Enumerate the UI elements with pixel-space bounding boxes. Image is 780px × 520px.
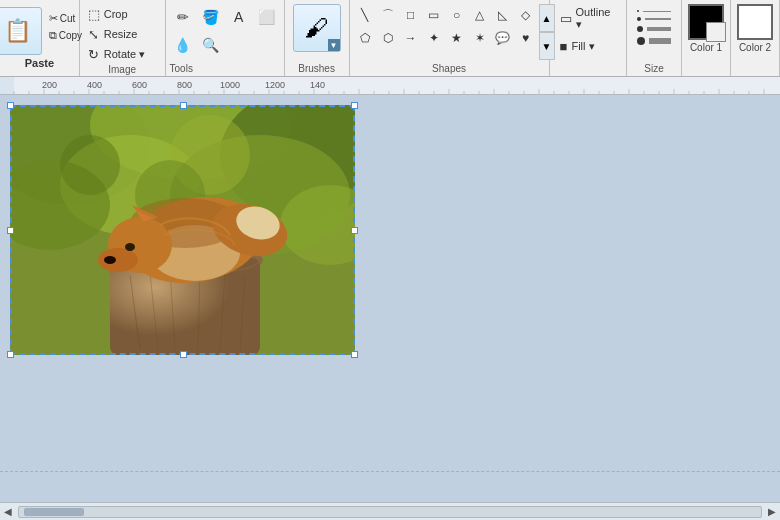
canvas-area[interactable] <box>0 95 780 502</box>
image-section: ⬚ Crop ⤡ Resize ↻ Rotate ▾ Image <box>80 0 166 76</box>
svg-text:1200: 1200 <box>265 80 285 90</box>
svg-text:140: 140 <box>310 80 325 90</box>
rotate-icon: ↻ <box>86 46 102 62</box>
shapes-label: Shapes <box>354 63 545 76</box>
svg-point-89 <box>104 256 116 264</box>
handle-top-right[interactable] <box>351 102 358 109</box>
handle-bottom-left[interactable] <box>7 351 14 358</box>
pencil-tool[interactable]: ✏ <box>170 4 196 30</box>
diamond-shape[interactable]: ◇ <box>515 4 537 26</box>
curve-shape[interactable]: ⌒ <box>377 4 399 26</box>
handle-mid-left[interactable] <box>7 227 14 234</box>
copy-icon: ⧉ <box>49 29 57 42</box>
canvas-container[interactable] <box>10 105 355 355</box>
size-option-2[interactable] <box>637 17 671 21</box>
handle-top-left[interactable] <box>7 102 14 109</box>
size-dots <box>633 4 675 51</box>
svg-text:1000: 1000 <box>220 80 240 90</box>
svg-point-90 <box>125 243 135 251</box>
image-label: Image <box>108 64 136 77</box>
heart-shape[interactable]: ♥ <box>515 27 537 49</box>
svg-rect-0 <box>0 77 780 95</box>
outline-label: Outline ▾ <box>576 6 616 31</box>
size-option-1[interactable] <box>637 10 671 12</box>
paste-label: Paste <box>25 57 54 69</box>
handle-bottom-right[interactable] <box>351 351 358 358</box>
eraser-tool[interactable]: ⬜ <box>254 4 280 30</box>
rect-shape[interactable]: □ <box>400 4 422 26</box>
color1-swatch[interactable] <box>688 4 724 40</box>
hexagon-shape[interactable]: ⬡ <box>377 27 399 49</box>
rotate-button[interactable]: ↻ Rotate ▾ <box>86 44 159 64</box>
bottom-bar: ◀ ▶ <box>0 502 780 520</box>
size-option-3[interactable] <box>637 26 671 32</box>
fill-icon: ■ <box>560 39 568 54</box>
color-picker-tool[interactable]: 💧 <box>170 32 196 58</box>
svg-text:600: 600 <box>132 80 147 90</box>
outline-fill-section: ▭ Outline ▾ ■ Fill ▾ <box>550 0 627 76</box>
svg-rect-1 <box>0 77 14 95</box>
svg-text:200: 200 <box>42 80 57 90</box>
handle-bottom-center[interactable] <box>180 351 187 358</box>
svg-point-68 <box>60 135 120 195</box>
right-triangle-shape[interactable]: ◺ <box>492 4 514 26</box>
resize-label: Resize <box>104 28 138 40</box>
color2-section: Color 2 <box>731 0 780 76</box>
crop-icon: ⬚ <box>86 6 102 22</box>
round-rect-shape[interactable]: ▭ <box>423 4 445 26</box>
svg-text:800: 800 <box>177 80 192 90</box>
fill-button[interactable]: ■ Fill ▾ <box>556 37 620 56</box>
size-section: Size <box>627 0 682 76</box>
scissors-icon: ✂ <box>49 12 58 25</box>
crop-label: Crop <box>104 8 128 20</box>
brushes-label: Brushes <box>298 63 335 76</box>
line-shape[interactable]: ╲ <box>354 4 376 26</box>
horizontal-scrollbar[interactable] <box>18 506 762 518</box>
tools-label: Tools <box>170 63 193 76</box>
toolbar: 📋 ✂ Cut ⧉ Copy Paste ⬚ Crop ⤡ Resize <box>0 0 780 77</box>
brushes-section: 🖌 ▼ Brushes <box>285 0 350 76</box>
star6-shape[interactable]: ✶ <box>469 27 491 49</box>
color1-label: Color 1 <box>690 42 722 53</box>
handle-mid-right[interactable] <box>351 227 358 234</box>
color2-swatch[interactable] <box>737 4 773 40</box>
color2-label: Color 2 <box>739 42 771 53</box>
pentagon-shape[interactable]: ⬠ <box>354 27 376 49</box>
outline-button[interactable]: ▭ Outline ▾ <box>556 4 620 33</box>
callout-shape[interactable]: 💬 <box>492 27 514 49</box>
ruler: 200 400 600 800 1000 1200 140 <box>0 77 780 95</box>
handle-top-center[interactable] <box>180 102 187 109</box>
arrow-shape[interactable]: → <box>400 27 422 49</box>
brushes-button[interactable]: 🖌 ▼ <box>293 4 341 52</box>
cut-label: Cut <box>60 13 76 24</box>
scrollbar-thumb[interactable] <box>24 508 84 516</box>
brushes-dropdown-arrow: ▼ <box>328 39 340 51</box>
rotate-label: Rotate ▾ <box>104 48 145 61</box>
ellipse-shape[interactable]: ○ <box>446 4 468 26</box>
color1-section: Color 1 <box>682 0 731 76</box>
resize-button[interactable]: ⤡ Resize <box>86 24 159 44</box>
paste-icon: 📋 <box>4 18 31 44</box>
outline-icon: ▭ <box>560 11 572 26</box>
paste-button[interactable]: 📋 <box>0 7 42 55</box>
star4-shape[interactable]: ✦ <box>423 27 445 49</box>
triangle-shape[interactable]: △ <box>469 4 491 26</box>
fill-label: Fill ▾ <box>571 40 594 53</box>
magnifier-tool[interactable]: 🔍 <box>198 32 224 58</box>
size-option-4[interactable] <box>637 37 671 45</box>
star5-shape[interactable]: ★ <box>446 27 468 49</box>
scrollbar-left-arrow[interactable]: ◀ <box>4 506 12 517</box>
size-label: Size <box>644 63 663 76</box>
copy-label: Copy <box>59 30 82 41</box>
shapes-section: ╲ ⌒ □ ▭ ○ △ ◺ ◇ ⬠ ⬡ → ✦ ★ ✶ 💬 ♥ ▲ ▼ <box>350 0 550 76</box>
fox-image <box>10 105 355 355</box>
scrollbar-right-arrow[interactable]: ▶ <box>768 506 776 517</box>
resize-icon: ⤡ <box>86 26 102 42</box>
crop-button[interactable]: ⬚ Crop <box>86 4 159 24</box>
tools-section: ✏ 🪣 A ⬜ 💧 🔍 Tools <box>166 0 285 76</box>
text-tool[interactable]: A <box>226 4 252 30</box>
fill-tool[interactable]: 🪣 <box>198 4 224 30</box>
svg-text:400: 400 <box>87 80 102 90</box>
brush-icon: 🖌 <box>305 14 329 42</box>
clipboard-section: 📋 ✂ Cut ⧉ Copy Paste <box>0 0 80 76</box>
